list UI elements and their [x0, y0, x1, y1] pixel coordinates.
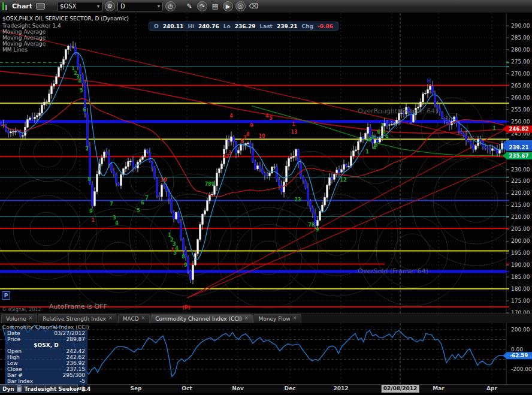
high-value: 240.76 — [198, 23, 219, 29]
svg-text:290.00: 290.00 — [511, 23, 530, 29]
draw-tool-button[interactable]: ✎ — [184, 1, 195, 11]
change-value: -0.86 — [318, 23, 333, 29]
svg-text:260.00: 260.00 — [511, 95, 530, 101]
eraser-icon: ⌫ — [249, 2, 258, 10]
study-label-ma3: Moving Average — [2, 41, 129, 47]
svg-text:265.00: 265.00 — [511, 83, 530, 89]
svg-text:H: H — [427, 79, 431, 84]
copyright-text: © eSignal, 2012 — [2, 307, 41, 312]
svg-text:235.67: 235.67 — [509, 153, 529, 159]
svg-text:13: 13 — [291, 129, 297, 135]
svg-text:8: 8 — [87, 177, 91, 182]
interval-value: D — [120, 3, 125, 10]
symbol-dropdown[interactable]: $OSX ▾ — [57, 2, 102, 11]
svg-text:7: 7 — [85, 146, 89, 152]
study-label-ma1: Moving Average — [2, 29, 129, 35]
quote-board-button[interactable]: ▤ — [210, 1, 220, 11]
study-label-tradesight: Tradesight Seeker 1.4 — [2, 23, 129, 29]
data-window-row: Price289.87 — [7, 336, 85, 342]
svg-text:(P): (P) — [182, 305, 190, 310]
svg-text:280.00: 280.00 — [511, 47, 530, 53]
svg-text:5: 5 — [269, 116, 273, 121]
tab-label: Money Flow — [258, 316, 290, 322]
svg-text:270.00: 270.00 — [511, 71, 530, 77]
auto-button[interactable]: Ⓐ — [235, 1, 246, 11]
app-name-label: Tradesight Seeker 1.4 — [24, 386, 90, 392]
time-settings-button[interactable]: ◷ — [165, 1, 176, 11]
high-label: Hi — [188, 23, 194, 29]
svg-text:225.00: 225.00 — [511, 178, 530, 184]
study-label-mmlines: MM Lines — [2, 47, 129, 53]
status-bar: Dyn ▦ Tradesight Seeker 1.4 — [0, 384, 78, 393]
main-chart-canvas[interactable]: 12345678917345671012345189(P)78912346789… — [0, 13, 532, 314]
svg-text:10: 10 — [160, 177, 167, 183]
tab-volume[interactable]: Volume× — [1, 314, 37, 323]
svg-text:-200.00: -200.00 — [511, 366, 532, 372]
pencil-icon: ✎ — [186, 2, 192, 10]
tab-relative-strength-index[interactable]: Relative Strength Index× — [38, 314, 117, 323]
svg-text:210.00: 210.00 — [511, 214, 530, 220]
svg-text:9: 9 — [184, 263, 188, 268]
close-icon[interactable]: × — [28, 315, 32, 321]
svg-text:5: 5 — [137, 208, 140, 213]
open-value: 240.11 — [163, 23, 184, 29]
svg-text:3: 3 — [113, 215, 116, 221]
tab-commodity-channel-index-cci[interactable]: Commodity Channel Index (CCI)× — [150, 314, 253, 323]
dyn-mode-label[interactable]: Dyn — [2, 386, 14, 392]
x-axis-label: Mar — [433, 385, 444, 391]
data-window-row: Low236.92 — [7, 360, 85, 366]
x-axis-label: Sep — [130, 385, 141, 391]
svg-text:7: 7 — [110, 201, 113, 207]
svg-text:78: 78 — [308, 222, 315, 228]
svg-text:195.00: 195.00 — [511, 250, 530, 256]
svg-text:9: 9 — [89, 209, 93, 214]
svg-text:275.00: 275.00 — [511, 59, 530, 65]
bar-chart-icon — [2, 2, 8, 10]
svg-text:246.82: 246.82 — [509, 126, 529, 132]
close-icon[interactable]: × — [108, 315, 113, 321]
redo-button[interactable]: ↷ — [197, 1, 207, 11]
indicator-tabs: Volume×Relative Strength Index×MACD×Comm… — [0, 313, 532, 323]
close-icon[interactable]: × — [244, 315, 249, 321]
autoframe-status: AutoFrame is OFF — [49, 303, 107, 310]
p-marker-badge[interactable]: P — [2, 291, 10, 300]
interval-dropdown[interactable]: D ▾ — [117, 2, 163, 11]
svg-text:4: 4 — [229, 113, 233, 119]
x-axis-label: Oct — [182, 385, 192, 391]
svg-text:180.00: 180.00 — [511, 286, 530, 292]
chevron-down-icon: ▾ — [97, 4, 99, 9]
tab-label: Relative Strength Index — [43, 316, 106, 322]
tab-label: Volume — [6, 316, 26, 322]
svg-text:1: 1 — [492, 126, 496, 131]
svg-text:220.00: 220.00 — [511, 190, 530, 196]
oversold-label: OverSold (Frame: 64) — [358, 267, 428, 275]
svg-text:6: 6 — [141, 200, 144, 206]
svg-text:1: 1 — [91, 218, 95, 223]
chart-legend: $OSX,PHLX OIL SERVICE SECTOR, D (Dynamic… — [2, 16, 129, 53]
svg-text:10: 10 — [258, 134, 265, 139]
toolbar: Chart $OSX ▾ ⚙ D ▾ ◷ ✎ ↷ ▤ ▶ Ⓐ ⌫ — [0, 0, 532, 13]
low-label: Lo — [223, 23, 231, 29]
quote-board-icon: ▤ — [212, 2, 218, 10]
svg-text:7: 7 — [380, 123, 384, 128]
svg-text:250.00: 250.00 — [511, 119, 530, 125]
close-icon[interactable]: × — [141, 315, 146, 321]
data-window-row: Open242.42 — [7, 348, 85, 354]
lock-icon[interactable]: ▦ — [17, 385, 22, 392]
svg-text:239.21: 239.21 — [509, 144, 529, 150]
x-axis-label: Nov — [232, 385, 244, 391]
window-title: Chart — [12, 2, 32, 10]
tab-macd[interactable]: MACD× — [118, 314, 150, 323]
svg-text:-62.59: -62.59 — [510, 352, 528, 358]
data-window-row: Bar Index-5 — [7, 378, 85, 384]
close-icon[interactable]: × — [293, 315, 297, 321]
last-label: Last — [259, 23, 272, 29]
symbol-settings-button[interactable]: ⚙ — [105, 1, 115, 11]
tab-money-flow[interactable]: Money Flow× — [253, 314, 301, 323]
eraser-button[interactable]: ⌫ — [248, 1, 259, 11]
play-icon: ▶ — [226, 4, 231, 10]
svg-text:5: 5 — [80, 88, 83, 94]
svg-text:8: 8 — [246, 132, 250, 137]
change-label: Chg — [302, 23, 313, 29]
play-button[interactable]: ▶ — [223, 1, 233, 11]
